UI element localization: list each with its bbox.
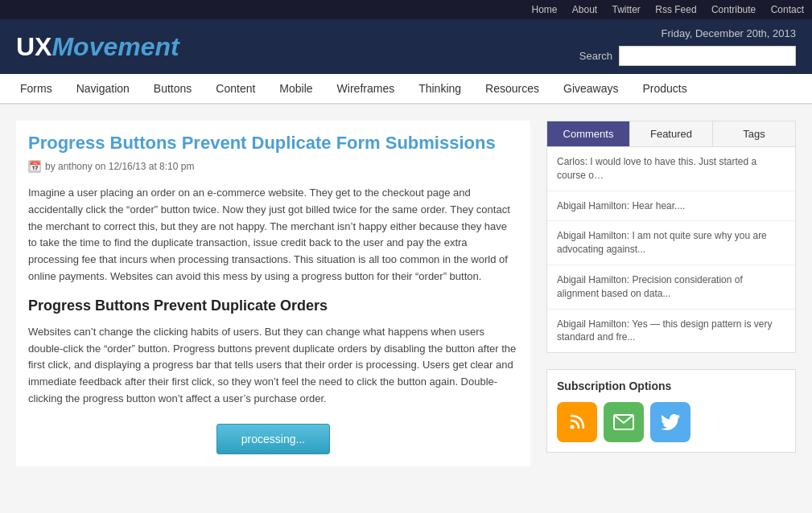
nav-navigation[interactable]: Navigation: [64, 74, 142, 105]
nav-wireframes[interactable]: Wireframes: [325, 74, 407, 105]
about-link[interactable]: About: [572, 4, 597, 15]
top-bar: Home About Twitter Rss Feed Contribute C…: [0, 0, 812, 19]
article-body: Imagine a user placing an order on an e-…: [28, 185, 518, 408]
sidebar: Comments Featured Tags Carlos: I would l…: [546, 121, 796, 466]
post-icon: 📅: [28, 160, 41, 173]
home-link[interactable]: Home: [531, 4, 557, 15]
email-subscribe-button[interactable]: [604, 402, 644, 442]
subscription-section: Subscription Options: [546, 369, 796, 453]
comment-item[interactable]: Abigail Hamilton: Hear hear....: [547, 191, 795, 222]
search-label: Search: [579, 50, 612, 62]
article-subheading: Progress Buttons Prevent Duplicate Order…: [28, 298, 518, 314]
nav-thinking[interactable]: Thinking: [406, 74, 473, 105]
svg-point-0: [571, 425, 575, 429]
contact-link[interactable]: Contact: [771, 4, 804, 15]
nav-giveaways[interactable]: Giveaways: [551, 74, 630, 105]
comment-item[interactable]: Carlos: I would love to have this. Just …: [547, 147, 795, 191]
comment-item[interactable]: Abigail Hamilton: Precision consideratio…: [547, 265, 795, 310]
nav-forms[interactable]: Forms: [8, 74, 64, 105]
subscription-icons: [557, 402, 785, 442]
tab-comments[interactable]: Comments: [547, 121, 630, 146]
logo-ux: UX: [16, 32, 52, 61]
tab-tags[interactable]: Tags: [713, 121, 795, 146]
tab-featured[interactable]: Featured: [630, 121, 713, 146]
rss-subscribe-button[interactable]: [557, 402, 597, 442]
nav-products[interactable]: Products: [630, 74, 699, 105]
sidebar-tabs: Comments Featured Tags: [546, 121, 796, 147]
rss-link[interactable]: Rss Feed: [655, 4, 696, 15]
progress-button[interactable]: processing...: [216, 424, 330, 454]
nav-buttons[interactable]: Buttons: [142, 74, 204, 105]
article-meta: 📅 by anthony on 12/16/13 at 8:10 pm: [28, 160, 518, 173]
main-content: Progress Buttons Prevent Duplicate Form …: [0, 105, 812, 482]
twitter-toplink[interactable]: Twitter: [612, 4, 641, 15]
comments-list: Carlos: I would love to have this. Just …: [546, 147, 796, 353]
article-paragraph-2: Websites can’t change the clicking habit…: [28, 324, 518, 408]
nav-mobile[interactable]: Mobile: [267, 74, 324, 105]
twitter-subscribe-button[interactable]: [650, 402, 690, 442]
header-right: Friday, December 20th, 2013 Search: [579, 27, 796, 66]
article-meta-text: by anthony on 12/16/13 at 8:10 pm: [45, 161, 194, 172]
nav-resources[interactable]: Resources: [473, 74, 551, 105]
subscription-title: Subscription Options: [557, 380, 785, 392]
main-nav: Forms Navigation Buttons Content Mobile …: [0, 74, 812, 105]
article-title[interactable]: Progress Buttons Prevent Duplicate Form …: [28, 133, 518, 154]
article: Progress Buttons Prevent Duplicate Form …: [16, 121, 530, 466]
progress-button-container: processing...: [28, 424, 518, 454]
date-display: Friday, December 20th, 2013: [579, 27, 796, 39]
logo-movement: Movement: [52, 32, 179, 61]
contribute-link[interactable]: Contribute: [711, 4, 756, 15]
nav-content[interactable]: Content: [204, 74, 267, 105]
comment-item[interactable]: Abigail Hamilton: Yes — this design patt…: [547, 310, 795, 353]
comment-item[interactable]: Abigail Hamilton: I am not quite sure wh…: [547, 221, 795, 265]
search-input[interactable]: [619, 46, 796, 66]
header: UXMovement Friday, December 20th, 2013 S…: [0, 19, 812, 74]
logo[interactable]: UXMovement: [16, 32, 179, 62]
search-container: Search: [579, 46, 796, 66]
article-paragraph-1: Imagine a user placing an order on an e-…: [28, 185, 518, 285]
